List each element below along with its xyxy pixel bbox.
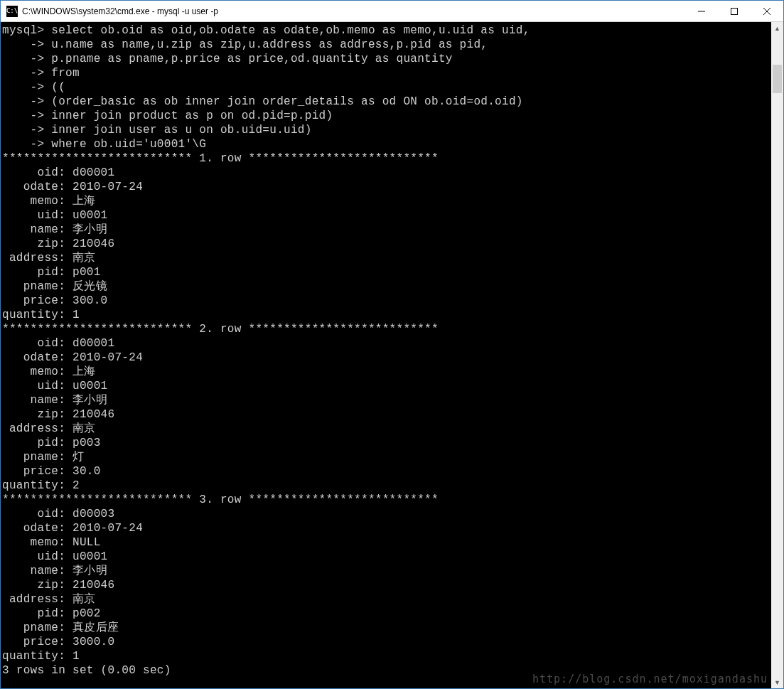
scroll-thumb[interactable]: [773, 65, 782, 93]
terminal-output[interactable]: mysql> select ob.oid as oid,ob.odate as …: [1, 22, 771, 688]
window-title: C:\WINDOWS\system32\cmd.exe - mysql -u u…: [22, 6, 218, 16]
cmd-window: C:\ C:\WINDOWS\system32\cmd.exe - mysql …: [0, 0, 784, 689]
minimize-button[interactable]: [685, 1, 718, 22]
terminal-area: mysql> select ob.oid as oid,ob.odate as …: [1, 22, 783, 688]
maximize-button[interactable]: [718, 1, 751, 22]
cmd-icon: C:\: [6, 6, 18, 17]
vertical-scrollbar[interactable]: ▲ ▼: [771, 22, 783, 688]
close-button[interactable]: [751, 1, 783, 22]
title-bar[interactable]: C:\ C:\WINDOWS\system32\cmd.exe - mysql …: [1, 1, 783, 22]
scroll-up-icon[interactable]: ▲: [771, 22, 783, 34]
svg-rect-1: [731, 8, 738, 14]
scroll-down-icon[interactable]: ▼: [771, 676, 783, 688]
